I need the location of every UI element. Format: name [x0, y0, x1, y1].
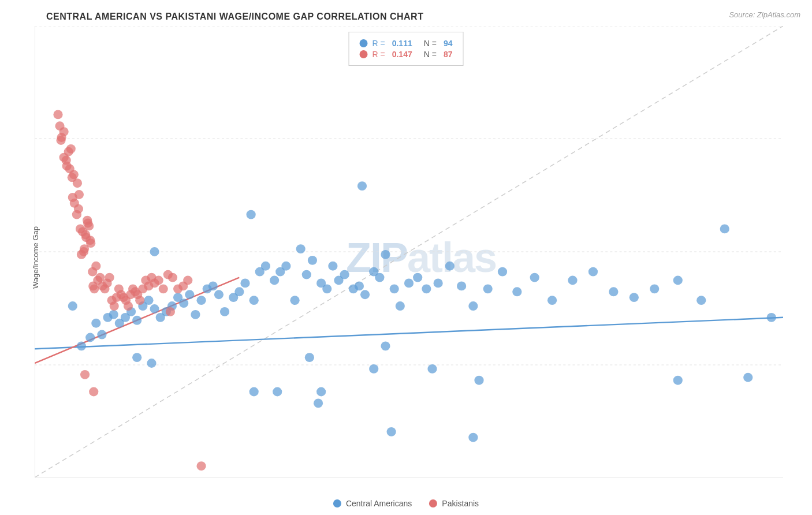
svg-point-170	[85, 236, 95, 245]
svg-point-77	[530, 273, 539, 282]
svg-point-85	[696, 296, 706, 305]
svg-point-75	[498, 267, 507, 277]
source-label: Source: ZipAtlas.com	[729, 10, 800, 19]
bottom-legend-pakistanis: Pakistanis	[429, 499, 479, 508]
svg-point-27	[144, 296, 153, 305]
svg-point-92	[427, 364, 437, 374]
svg-point-105	[673, 376, 683, 385]
svg-point-58	[340, 270, 349, 279]
svg-point-80	[588, 267, 598, 277]
svg-point-18	[91, 319, 100, 328]
svg-point-103	[316, 387, 326, 397]
svg-point-94	[369, 364, 378, 374]
svg-point-67	[404, 279, 414, 288]
legend-row-blue: R = 0.111 N = 94	[360, 39, 453, 48]
svg-point-40	[220, 307, 229, 316]
svg-point-44	[249, 296, 259, 305]
blue-n-label: N =	[424, 39, 437, 48]
svg-point-56	[328, 262, 337, 271]
svg-point-110	[66, 144, 76, 154]
svg-point-159	[57, 133, 66, 142]
svg-point-165	[73, 178, 82, 188]
svg-point-72	[457, 281, 466, 290]
svg-point-125	[91, 262, 100, 271]
blue-r-value: 0.111	[392, 39, 412, 48]
svg-point-90	[247, 210, 256, 219]
pink-n-label: N =	[424, 50, 437, 59]
svg-point-76	[512, 287, 522, 296]
svg-point-79	[568, 276, 577, 285]
pink-r-value: 0.147	[392, 50, 412, 59]
blue-dot	[360, 39, 368, 47]
svg-point-153	[168, 273, 177, 282]
svg-point-64	[381, 250, 390, 259]
svg-point-66	[396, 301, 405, 311]
pink-n-value: 87	[444, 50, 453, 59]
svg-point-34	[185, 290, 194, 299]
svg-point-86	[720, 224, 729, 233]
svg-point-81	[609, 287, 618, 296]
svg-point-43	[240, 279, 249, 288]
svg-point-161	[62, 156, 71, 165]
svg-point-15	[68, 301, 77, 311]
pink-dot	[360, 50, 368, 58]
svg-point-102	[249, 387, 259, 397]
svg-point-47	[270, 276, 279, 285]
svg-point-171	[88, 281, 98, 290]
svg-point-46	[261, 262, 270, 271]
svg-point-166	[75, 190, 84, 199]
svg-point-101	[273, 387, 282, 397]
svg-point-131	[105, 273, 114, 282]
blue-n-value: 94	[444, 39, 453, 48]
scatter-chart: 80.0% 60.0% 40.0% 20.0% 0.0% 80.0%	[35, 26, 783, 477]
svg-point-93	[474, 376, 483, 385]
svg-point-70	[434, 279, 443, 288]
svg-point-74	[483, 284, 493, 293]
svg-point-89	[305, 353, 314, 362]
svg-point-49	[281, 262, 290, 271]
bottom-pink-dot	[429, 499, 437, 507]
svg-point-104	[132, 353, 141, 362]
pink-r-label: R =	[373, 50, 385, 59]
svg-point-25	[132, 316, 141, 325]
svg-point-169	[83, 219, 92, 228]
svg-point-17	[85, 333, 95, 342]
chart-container: CENTRAL AMERICAN VS PAKISTANI WAGE/INCOM…	[0, 0, 812, 515]
svg-point-73	[468, 301, 478, 311]
svg-point-55	[322, 284, 331, 293]
svg-point-133	[110, 301, 119, 311]
svg-point-83	[650, 284, 659, 293]
svg-point-36	[196, 296, 206, 305]
svg-point-38	[208, 281, 218, 290]
svg-point-98	[314, 398, 323, 408]
svg-point-144	[135, 296, 144, 305]
svg-point-95	[387, 427, 396, 436]
svg-point-21	[109, 310, 118, 319]
svg-point-33	[179, 298, 188, 308]
svg-point-19	[97, 330, 106, 339]
svg-point-87	[743, 373, 753, 382]
bottom-central-americans-label: Central Americans	[346, 499, 412, 508]
bottom-blue-dot	[333, 499, 341, 507]
svg-point-82	[630, 293, 639, 302]
svg-point-16	[77, 341, 86, 350]
svg-point-157	[53, 110, 62, 120]
blue-r-label: R =	[373, 39, 385, 48]
svg-point-51	[296, 244, 306, 253]
svg-point-84	[673, 276, 683, 285]
svg-point-174	[166, 307, 175, 316]
svg-point-175	[196, 461, 206, 471]
svg-point-139	[124, 301, 133, 311]
svg-point-156	[183, 276, 192, 285]
svg-point-164	[69, 170, 79, 179]
svg-point-71	[445, 262, 455, 271]
svg-point-50	[290, 296, 299, 305]
svg-point-78	[547, 296, 557, 305]
svg-point-97	[381, 341, 390, 350]
svg-point-100	[150, 247, 159, 256]
chart-title: CENTRAL AMERICAN VS PAKISTANI WAGE/INCOM…	[46, 12, 777, 22]
svg-point-114	[74, 204, 83, 214]
legend-row-pink: R = 0.147 N = 87	[360, 50, 453, 59]
bottom-pakistanis-label: Pakistanis	[442, 499, 479, 508]
svg-point-96	[468, 433, 478, 442]
